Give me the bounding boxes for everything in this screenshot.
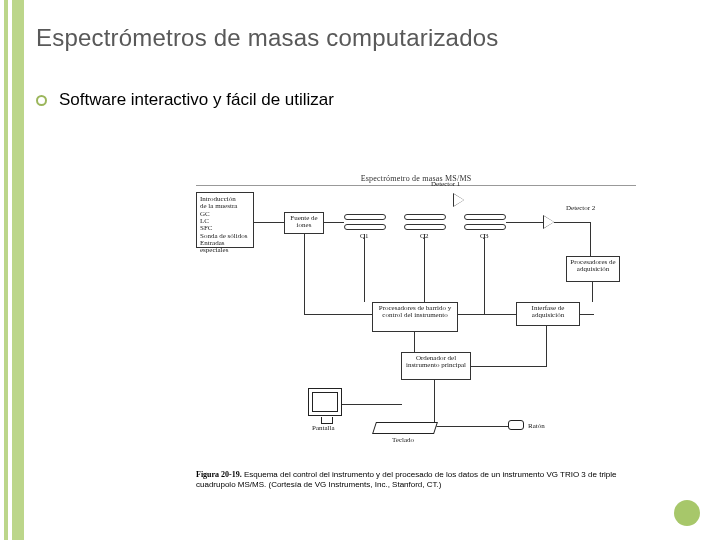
connector xyxy=(580,314,594,315)
quadrupole xyxy=(464,224,506,230)
monitor-icon xyxy=(308,388,342,416)
connector xyxy=(324,222,344,223)
connector xyxy=(414,332,415,352)
quadrupole xyxy=(464,214,506,220)
diagram-header: Espectrómetro de masas MS/MS xyxy=(196,174,636,186)
amplifier-icon xyxy=(544,216,554,228)
bullet-list: Software interactivo y fácil de utilizar xyxy=(36,90,708,110)
bullet-text: Software interactivo y fácil de utilizar xyxy=(59,90,334,110)
connector xyxy=(304,234,305,314)
box-main-computer: Ordenador del instrumento principal xyxy=(401,352,471,380)
box-ion-source: Fuente de iones xyxy=(284,212,324,234)
box-acquisition-proc: Procesadores de adquisición xyxy=(566,256,620,282)
label-mouse: Ratón xyxy=(528,422,545,430)
box-scan-control: Procesadores de barrido y control del in… xyxy=(372,302,458,332)
connector xyxy=(364,234,365,302)
connector xyxy=(546,326,547,366)
connector xyxy=(342,404,402,405)
box-sample-intro: Introducción de la muestra GC LC SFC Son… xyxy=(196,192,254,248)
diagram: Espectrómetro de masas MS/MS Introducció… xyxy=(196,174,636,464)
label-screen: Pantalla xyxy=(312,424,335,432)
caption-body: Esquema del control del instrumento y de… xyxy=(196,470,617,489)
connector xyxy=(484,234,485,314)
connector xyxy=(304,314,372,315)
figure-container: Espectrómetro de masas MS/MS Introducció… xyxy=(196,174,636,490)
quadrupole xyxy=(344,224,386,230)
caption-lead: Figura 20-19. xyxy=(196,470,242,479)
box-acq-interface: Interfase de adquisición xyxy=(516,302,580,326)
connector xyxy=(424,234,425,302)
label-detector1: Detector 1 xyxy=(431,180,471,188)
accent-bar-thin xyxy=(4,0,8,540)
connector xyxy=(434,380,435,422)
bullet-item: Software interactivo y fácil de utilizar xyxy=(36,90,708,110)
keyboard-icon xyxy=(372,422,438,434)
connector xyxy=(554,222,590,223)
label-keyboard: Teclado xyxy=(392,436,414,444)
label-detector2: Detector 2 xyxy=(566,204,608,212)
connector xyxy=(592,282,593,302)
accent-bar-thick xyxy=(12,0,24,540)
slide-content: Espectrómetros de masas computarizados S… xyxy=(36,24,708,524)
quadrupole xyxy=(404,224,446,230)
connector xyxy=(590,222,591,256)
mouse-icon xyxy=(508,420,524,430)
corner-dot-icon xyxy=(674,500,700,526)
quadrupole xyxy=(344,214,386,220)
intro-line: Entradas especiales xyxy=(200,240,250,255)
quadrupole xyxy=(404,214,446,220)
bullet-marker-icon xyxy=(36,95,47,106)
amplifier-icon xyxy=(454,194,464,206)
slide-title: Espectrómetros de masas computarizados xyxy=(36,24,708,52)
connector xyxy=(471,366,547,367)
connector xyxy=(506,222,544,223)
figure-caption: Figura 20-19. Esquema del control del in… xyxy=(196,470,636,490)
connector xyxy=(254,222,284,223)
connector xyxy=(458,314,516,315)
connector xyxy=(434,426,508,427)
